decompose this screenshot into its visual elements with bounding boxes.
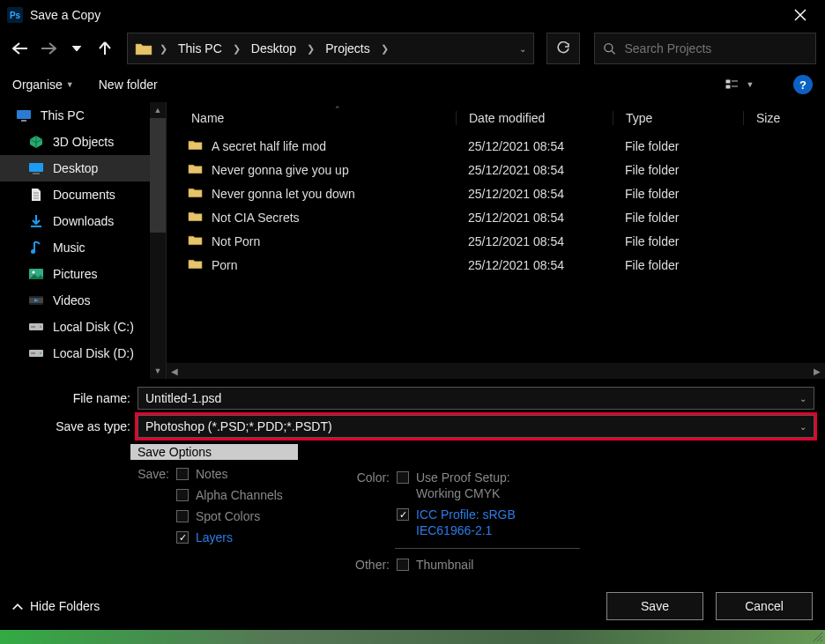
- help-button[interactable]: ?: [793, 75, 813, 94]
- breadcrumb-item[interactable]: Projects: [322, 41, 374, 56]
- file-name: Not Porn: [212, 234, 260, 248]
- hide-folders-toggle[interactable]: Hide Folders: [12, 599, 100, 613]
- file-date: 25/12/2021 08:54: [456, 234, 613, 248]
- file-row[interactable]: Not CIA Secrets25/12/2021 08:54File fold…: [167, 205, 825, 229]
- organise-button[interactable]: Organise▼: [12, 78, 74, 92]
- filename-textbox[interactable]: [145, 391, 792, 405]
- scroll-right-button[interactable]: ▶: [809, 363, 825, 379]
- svg-rect-24: [31, 326, 35, 328]
- folder-icon: [188, 186, 203, 201]
- column-type[interactable]: Type: [613, 111, 743, 125]
- svg-rect-20: [29, 296, 43, 298]
- notes-checkbox[interactable]: [176, 468, 189, 480]
- chevron-right-icon[interactable]: ❯: [158, 43, 169, 55]
- icc-label2[interactable]: IEC61966-2.1: [416, 523, 492, 537]
- layers-checkbox[interactable]: [176, 531, 189, 544]
- sidebar-item-label: Desktop: [53, 161, 98, 175]
- close-button[interactable]: [783, 0, 818, 30]
- file-type: File folder: [613, 163, 743, 177]
- breadcrumb-item[interactable]: Desktop: [248, 41, 300, 56]
- address-dropdown[interactable]: ⌄: [519, 44, 526, 54]
- sidebar-scrollbar[interactable]: ▲ ▼: [150, 102, 166, 379]
- sidebar-item-label: Documents: [53, 188, 115, 202]
- filename-label: File name:: [11, 391, 130, 405]
- sidebar-item-videos[interactable]: Videos: [0, 287, 166, 314]
- forward-button[interactable]: [37, 37, 60, 60]
- svg-point-16: [31, 249, 35, 254]
- color-sublabel: Color:: [351, 470, 390, 485]
- save-button[interactable]: Save: [606, 592, 703, 620]
- layers-label[interactable]: Layers: [196, 530, 233, 544]
- view-options-button[interactable]: ▼: [723, 75, 756, 94]
- sidebar-item-label: Local Disk (C:): [53, 320, 134, 334]
- address-bar[interactable]: ❯ This PC ❯ Desktop ❯ Projects ❯ ⌄: [127, 33, 534, 64]
- sidebar-item-music[interactable]: Music: [0, 234, 166, 261]
- chevron-right-icon[interactable]: ❯: [305, 43, 316, 55]
- bottom-strip: [0, 630, 825, 644]
- alpha-label: Alpha Channels: [196, 488, 283, 502]
- folder-icon: [188, 162, 203, 177]
- cancel-button[interactable]: Cancel: [716, 592, 813, 620]
- new-folder-button[interactable]: New folder: [99, 78, 158, 92]
- svg-rect-6: [726, 85, 730, 88]
- monitor-icon: [16, 108, 32, 122]
- sidebar-item-label: Downloads: [53, 214, 114, 228]
- back-button[interactable]: [9, 37, 32, 60]
- file-type: File folder: [613, 258, 743, 272]
- chevron-right-icon[interactable]: ❯: [379, 43, 390, 55]
- icc-checkbox[interactable]: [397, 508, 409, 521]
- videos-icon: [28, 293, 44, 307]
- column-name[interactable]: Name⌃: [167, 111, 456, 125]
- search-box[interactable]: [594, 33, 816, 64]
- refresh-button[interactable]: [546, 33, 580, 64]
- scroll-left-button[interactable]: ◀: [167, 363, 182, 379]
- file-date: 25/12/2021 08:54: [456, 187, 613, 201]
- search-input[interactable]: [624, 41, 806, 56]
- desktop-icon: [28, 161, 44, 175]
- horizontal-scrollbar[interactable]: ◀ ▶: [167, 363, 825, 379]
- sidebar-item-pictures[interactable]: Pictures: [0, 261, 166, 287]
- sidebar-item-desktop[interactable]: Desktop: [0, 155, 166, 181]
- file-row[interactable]: Not Porn25/12/2021 08:54File folder: [167, 229, 825, 253]
- sidebar-item-label: Music: [53, 241, 85, 255]
- sidebar-item-local-disk-c-[interactable]: Local Disk (C:): [0, 314, 166, 340]
- file-type: File folder: [613, 187, 743, 201]
- sidebar-item-label: Pictures: [53, 267, 98, 281]
- file-row[interactable]: A secret half life mod25/12/2021 08:54Fi…: [167, 134, 825, 158]
- sidebar-item-local-disk-d-[interactable]: Local Disk (D:): [0, 340, 166, 366]
- saveas-type-dropdown[interactable]: Photoshop (*.PSD;*.PDD;*.PSDT) ⌄: [138, 415, 814, 438]
- history-dropdown[interactable]: [65, 37, 88, 60]
- filename-dropdown[interactable]: ⌄: [792, 394, 806, 403]
- sidebar-item-downloads[interactable]: Downloads: [0, 208, 166, 234]
- sidebar-item-3d-objects[interactable]: 3D Objects: [0, 129, 166, 155]
- column-size[interactable]: Size: [743, 111, 825, 125]
- proof-label: Use Proof Setup:: [416, 470, 510, 485]
- music-icon: [28, 241, 44, 255]
- chevron-right-icon[interactable]: ❯: [231, 43, 242, 55]
- scroll-thumb[interactable]: [150, 118, 166, 233]
- thumbnail-checkbox[interactable]: [397, 559, 409, 571]
- save-sublabel: Save:: [130, 467, 169, 481]
- file-name: Porn: [212, 258, 238, 272]
- file-row[interactable]: Porn25/12/2021 08:54File folder: [167, 253, 825, 277]
- alpha-checkbox[interactable]: [176, 489, 189, 501]
- icc-label[interactable]: ICC Profile: sRGB: [416, 507, 516, 522]
- svg-rect-10: [29, 163, 43, 172]
- proof-label2: Working CMYK: [416, 486, 500, 500]
- saveas-label: Save as type:: [11, 419, 130, 433]
- resize-grip[interactable]: [811, 630, 823, 642]
- spot-label: Spot Colors: [196, 509, 260, 523]
- saveas-dropdown-chevron[interactable]: ⌄: [792, 422, 806, 432]
- file-row[interactable]: Never gonna give you up25/12/2021 08:54F…: [167, 158, 825, 181]
- column-date[interactable]: Date modified: [456, 111, 613, 125]
- proof-checkbox[interactable]: [397, 471, 409, 484]
- file-row[interactable]: Never gonna let you down25/12/2021 08:54…: [167, 181, 825, 205]
- filename-input[interactable]: ⌄: [138, 387, 814, 410]
- up-button[interactable]: [93, 37, 116, 60]
- scroll-down-button[interactable]: ▼: [150, 363, 166, 379]
- sidebar-item-this-pc[interactable]: This PC: [0, 102, 166, 129]
- sidebar-item-documents[interactable]: Documents: [0, 181, 166, 208]
- spot-checkbox[interactable]: [176, 510, 189, 522]
- breadcrumb-item[interactable]: This PC: [175, 41, 226, 56]
- scroll-up-button[interactable]: ▲: [150, 102, 166, 118]
